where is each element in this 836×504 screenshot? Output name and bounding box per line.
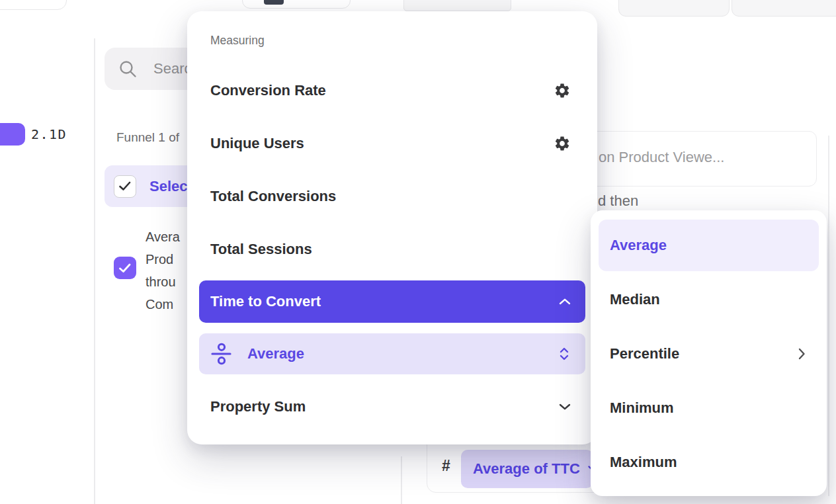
- menu-item-average[interactable]: Average: [599, 220, 819, 271]
- menu-item-label: Average: [610, 237, 667, 254]
- menu-item-label: Property Sum: [210, 398, 306, 415]
- gear-icon[interactable]: [554, 135, 571, 152]
- menu-item-time-to-convert[interactable]: Time to Convert: [199, 280, 585, 323]
- select-checkbox[interactable]: [114, 175, 136, 198]
- menu-item-maximum[interactable]: Maximum: [599, 437, 819, 488]
- step-description: Avera Prod throu Com: [146, 226, 180, 315]
- bottom-column-divider: [401, 456, 402, 504]
- menu-item-label: Total Conversions: [210, 188, 336, 205]
- menu-item-label: Minimum: [610, 399, 674, 417]
- chevron-up-down-icon: [559, 347, 569, 360]
- menu-item-percentile[interactable]: Percentile: [599, 328, 819, 380]
- menu-item-conversion-rate[interactable]: Conversion Rate: [199, 72, 585, 109]
- event-step-label: on Product Viewe...: [599, 149, 724, 166]
- top-right-tab-left[interactable]: [618, 0, 730, 17]
- menu-item-label: Unique Users: [210, 135, 304, 152]
- menu-item-property-sum[interactable]: Property Sum: [199, 388, 585, 425]
- top-toolbar-card-fragment: [242, 0, 351, 9]
- menu-item-median[interactable]: Median: [599, 274, 819, 325]
- chevron-up-icon: [559, 298, 571, 305]
- top-left-card-fragment: [0, 0, 67, 10]
- numeric-type-symbol: #: [442, 457, 450, 475]
- checkmark-icon: [119, 181, 131, 191]
- measuring-menu: Measuring Conversion Rate Unique Users T…: [187, 11, 597, 444]
- chevron-right-icon: [798, 348, 806, 360]
- menu-item-ttc-average[interactable]: Average: [199, 333, 585, 374]
- top-right-tab-right[interactable]: [732, 0, 836, 17]
- toolbar-button-fragment[interactable]: [264, 0, 284, 5]
- menu-item-label: Time to Convert: [210, 293, 321, 310]
- metric-chip[interactable]: Average of TTC: [461, 450, 593, 488]
- search-icon: [118, 59, 138, 79]
- toolbar-tab-fragment[interactable]: [403, 0, 511, 11]
- aggregation-menu: Average Median Percentile Minimum Maximu…: [591, 210, 827, 496]
- funnel-label: Funnel 1 of: [116, 130, 179, 145]
- series-badge-label: 2.1D: [31, 126, 67, 142]
- step-checkbox[interactable]: [114, 257, 136, 279]
- menu-item-label: Median: [610, 291, 660, 308]
- app-canvas: 2.1D Search Funnel 1 of Select Avera Pro…: [0, 0, 836, 504]
- metric-chip-label: Average of TTC: [473, 460, 580, 478]
- and-then-label: d then: [598, 192, 638, 210]
- menu-item-label: Maximum: [610, 454, 677, 471]
- menu-item-label: Average: [247, 345, 304, 362]
- menu-item-total-conversions[interactable]: Total Conversions: [199, 178, 585, 215]
- select-label: Select: [149, 178, 192, 195]
- menu-item-total-sessions[interactable]: Total Sessions: [199, 231, 585, 268]
- measuring-menu-title: Measuring: [210, 34, 265, 48]
- left-panel-divider: [94, 38, 95, 504]
- right-card-edge: [828, 136, 829, 496]
- menu-item-unique-users[interactable]: Unique Users: [199, 125, 585, 162]
- divide-icon: [209, 341, 234, 366]
- chevron-down-icon: [559, 403, 571, 410]
- menu-item-label: Conversion Rate: [210, 82, 326, 99]
- checkmark-icon: [119, 263, 131, 273]
- menu-item-label: Percentile: [610, 345, 679, 362]
- series-color-badge[interactable]: [0, 123, 25, 146]
- gear-icon[interactable]: [554, 82, 571, 99]
- menu-item-label: Total Sessions: [210, 241, 312, 258]
- menu-item-minimum[interactable]: Minimum: [599, 382, 819, 434]
